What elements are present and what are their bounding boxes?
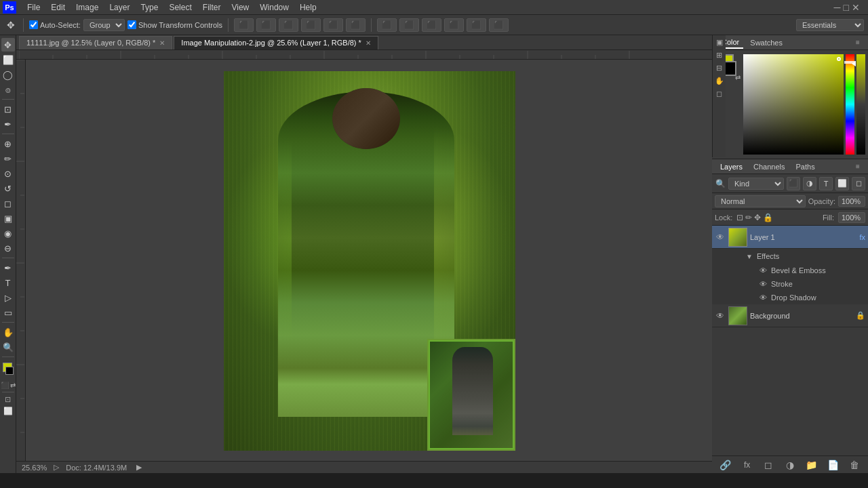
- quick-mask-icon[interactable]: ⊡: [5, 395, 11, 404]
- distribute-right-btn[interactable]: ⬛: [422, 18, 441, 32]
- effect-bevel-eye[interactable]: 👁: [760, 266, 767, 274]
- brush-tool[interactable]: ✏: [1, 152, 15, 165]
- lock-all-btn[interactable]: 🔒: [763, 213, 773, 222]
- panel-icon-3[interactable]: ⊟: [716, 64, 722, 73]
- menu-file[interactable]: File: [22, 1, 45, 14]
- eraser-tool[interactable]: ◻: [1, 197, 15, 210]
- align-center-btn[interactable]: ⬛: [256, 18, 276, 32]
- panel-icon-1[interactable]: ▣: [716, 38, 723, 47]
- clone-tool[interactable]: ⊙: [1, 167, 15, 180]
- layers-smart-filter-btn[interactable]: ◻: [852, 177, 865, 190]
- distribute-left-btn[interactable]: ⬛: [377, 18, 397, 32]
- default-colors-icon[interactable]: ⬛: [1, 382, 9, 389]
- zoom-tool[interactable]: 🔍: [1, 340, 15, 354]
- canvas-container[interactable]: [16, 50, 712, 461]
- workspace-select[interactable]: Essentials: [796, 19, 864, 31]
- layer-mask-btn[interactable]: ◻: [762, 459, 775, 471]
- auto-select-checkbox[interactable]: [29, 20, 38, 29]
- gradient-tool[interactable]: ▣: [1, 211, 15, 225]
- quick-select-tool[interactable]: ⌾: [1, 83, 15, 96]
- layers-panel-collapse[interactable]: ≡: [853, 162, 863, 171]
- transform-controls-checkbox[interactable]: [127, 20, 136, 29]
- group-layer-btn[interactable]: 📁: [805, 459, 818, 471]
- layers-kind-select[interactable]: Kind: [728, 178, 784, 190]
- tab-1-close[interactable]: ✕: [159, 39, 165, 47]
- layers-pixel-filter-btn[interactable]: ⬛: [787, 177, 800, 190]
- document-area[interactable]: [30, 64, 709, 458]
- lock-transparent-btn[interactable]: ⊡: [736, 213, 743, 222]
- effect-drop-shadow[interactable]: 👁 Drop Shadow: [712, 291, 868, 304]
- effect-stroke-eye[interactable]: 👁: [760, 280, 767, 288]
- layer-item-background[interactable]: 👁 Background 🔒: [712, 304, 868, 327]
- align-right-btn[interactable]: ⬛: [279, 18, 298, 32]
- shape-tool[interactable]: ▭: [1, 306, 15, 319]
- delete-layer-btn[interactable]: 🗑: [848, 459, 861, 471]
- layers-shape-filter-btn[interactable]: ⬜: [835, 177, 849, 190]
- fg-bg-colors[interactable]: [1, 363, 15, 379]
- hue-slider[interactable]: [846, 54, 854, 155]
- layer-style-btn[interactable]: fx: [741, 459, 754, 471]
- history-brush-tool[interactable]: ↺: [1, 182, 15, 195]
- effect-shadow-eye[interactable]: 👁: [760, 293, 767, 302]
- layer-item-1[interactable]: 👁 Layer 1 fx: [712, 226, 868, 249]
- tab-paths[interactable]: Paths: [793, 161, 818, 172]
- color-picker-field[interactable]: [743, 54, 844, 155]
- dodge-tool[interactable]: ⊖: [1, 241, 15, 255]
- color-panel-collapse[interactable]: ≡: [853, 38, 863, 47]
- crop-tool[interactable]: ⊡: [1, 102, 15, 116]
- layer-1-fx-badge[interactable]: fx: [859, 233, 865, 241]
- minimize-btn[interactable]: ─: [834, 2, 841, 13]
- marquee-tool[interactable]: ⬜: [1, 53, 15, 66]
- distribute-middle-btn[interactable]: ⬛: [467, 18, 486, 32]
- panel-icon-4[interactable]: ✋: [715, 77, 724, 85]
- pen-tool[interactable]: ✒: [1, 261, 15, 274]
- lasso-tool[interactable]: ◯: [1, 68, 15, 81]
- layers-adjustment-filter-btn[interactable]: ◑: [803, 177, 816, 190]
- zoom-expand-icon[interactable]: ▷: [54, 463, 59, 472]
- switch-colors-icon[interactable]: ⇄: [10, 382, 16, 389]
- blend-mode-select[interactable]: Normal: [715, 195, 806, 207]
- menu-window[interactable]: Window: [254, 1, 294, 14]
- menu-type[interactable]: Type: [135, 1, 163, 14]
- panel-icon-5[interactable]: ◻: [716, 89, 722, 98]
- panel-icon-2[interactable]: ⊞: [716, 51, 722, 60]
- group-select[interactable]: Group: [83, 19, 125, 31]
- swatches-tab[interactable]: Swatches: [746, 37, 787, 48]
- distribute-top-btn[interactable]: ⬛: [444, 18, 464, 32]
- effect-bevel-emboss[interactable]: 👁 Bevel & Emboss: [712, 264, 868, 277]
- eyedropper-tool[interactable]: ✒: [1, 117, 15, 131]
- menu-select[interactable]: Select: [163, 1, 197, 14]
- menu-edit[interactable]: Edit: [45, 1, 71, 14]
- lock-image-btn[interactable]: ✏: [745, 213, 752, 222]
- menu-filter[interactable]: Filter: [197, 1, 226, 14]
- tab-layers[interactable]: Layers: [717, 161, 745, 172]
- nav-arrow[interactable]: ▶: [136, 463, 142, 472]
- screen-mode-icon[interactable]: ⬜: [3, 407, 13, 415]
- background-color[interactable]: [5, 367, 14, 375]
- fill-input[interactable]: [838, 212, 865, 223]
- path-selection-tool[interactable]: ▷: [1, 291, 15, 304]
- text-tool[interactable]: T: [1, 276, 15, 289]
- link-layers-btn[interactable]: 🔗: [719, 459, 732, 471]
- tab-2[interactable]: Image Manipulation-2.jpg @ 25.6% (Layer …: [174, 36, 378, 49]
- adjustment-layer-btn[interactable]: ◑: [783, 459, 797, 471]
- menu-help[interactable]: Help: [294, 1, 322, 14]
- align-middle-btn[interactable]: ⬛: [323, 18, 343, 32]
- alpha-slider[interactable]: [856, 54, 865, 155]
- distribute-center-btn[interactable]: ⬛: [399, 18, 419, 32]
- heal-tool[interactable]: ⊕: [1, 137, 15, 150]
- move-tool-icon[interactable]: ✥: [4, 18, 18, 32]
- background-visibility[interactable]: 👁: [715, 310, 726, 321]
- close-btn[interactable]: ✕: [852, 2, 860, 13]
- effects-header[interactable]: ▼ Effects: [712, 249, 868, 264]
- align-top-btn[interactable]: ⬛: [301, 18, 321, 32]
- blur-tool[interactable]: ◉: [1, 226, 15, 240]
- tab-2-close[interactable]: ✕: [366, 39, 371, 47]
- swap-colors-btn[interactable]: ⇄: [735, 74, 741, 81]
- arrange-btn[interactable]: ⬛: [489, 18, 509, 32]
- menu-image[interactable]: Image: [71, 1, 104, 14]
- tab-channels[interactable]: Channels: [751, 161, 787, 172]
- new-layer-btn[interactable]: 📄: [826, 459, 840, 471]
- restore-btn[interactable]: □: [844, 2, 849, 13]
- layers-type-filter-btn[interactable]: T: [819, 177, 833, 190]
